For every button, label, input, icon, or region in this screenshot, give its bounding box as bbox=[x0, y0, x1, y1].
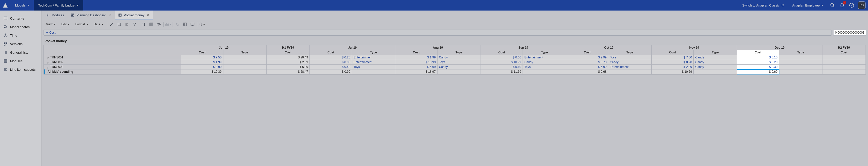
period-header[interactable]: Dec 19 bbox=[737, 45, 823, 50]
sidebar-item-line-item-subsets[interactable]: Line item subsets bbox=[0, 65, 41, 74]
close-icon[interactable] bbox=[147, 13, 150, 16]
pivot-button[interactable] bbox=[108, 21, 115, 28]
cost-cell[interactable]: $ 0.90 bbox=[310, 70, 352, 74]
col-header-cost[interactable]: Cost bbox=[737, 50, 779, 55]
sidebar-item-versions[interactable]: Versions bbox=[0, 40, 41, 48]
cost-cell[interactable]: $ 10.39 bbox=[181, 70, 223, 74]
type-cell[interactable] bbox=[223, 70, 267, 74]
cost-cell[interactable]: $ 18.97 bbox=[395, 70, 437, 74]
cost-cell[interactable] bbox=[822, 60, 866, 65]
sidebar-item-modules[interactable]: Modules bbox=[0, 57, 41, 65]
cost-cell[interactable]: $ 7.50 bbox=[651, 55, 694, 60]
type-cell[interactable]: Entertainment bbox=[352, 60, 395, 65]
cell-editor-input[interactable] bbox=[833, 30, 866, 36]
filter-button[interactable] bbox=[131, 21, 138, 28]
cost-cell[interactable]: $ 0.70 bbox=[566, 60, 608, 65]
row-header[interactable]: ┌TRNS003 bbox=[44, 65, 181, 70]
cost-cell[interactable]: $ 2.99 bbox=[651, 65, 694, 70]
cost-cell[interactable]: $ 1.99 bbox=[181, 60, 223, 65]
type-cell[interactable] bbox=[223, 55, 267, 60]
tab-modules[interactable]: Modules bbox=[42, 10, 67, 20]
type-cell[interactable] bbox=[223, 60, 267, 65]
col-header-cost[interactable]: Cost bbox=[267, 50, 310, 55]
find-button[interactable] bbox=[198, 21, 205, 28]
type-cell[interactable] bbox=[779, 60, 823, 65]
cost-cell[interactable] bbox=[822, 55, 866, 60]
cost-cell[interactable]: $ 0.20 bbox=[737, 60, 779, 65]
type-cell[interactable] bbox=[523, 70, 566, 74]
col-header-cost[interactable]: Cost bbox=[480, 50, 523, 55]
tab-planning-dashboard[interactable]: Planning Dashboard bbox=[67, 10, 115, 20]
cost-cell[interactable]: $ 0.10 bbox=[480, 65, 523, 70]
col-header-cost[interactable]: Cost bbox=[651, 50, 694, 55]
type-cell[interactable]: Candy bbox=[437, 55, 480, 60]
period-header[interactable]: Jul 19 bbox=[310, 45, 395, 50]
type-cell[interactable] bbox=[694, 70, 737, 74]
period-header[interactable]: H2 FY19 bbox=[822, 45, 866, 50]
col-header-cost[interactable]: Cost bbox=[822, 50, 866, 55]
conditional-format-button[interactable] bbox=[148, 21, 155, 28]
col-header-type[interactable]: Type bbox=[223, 50, 267, 55]
type-cell[interactable] bbox=[779, 55, 823, 60]
type-cell[interactable] bbox=[779, 70, 823, 74]
col-header-type[interactable]: Type bbox=[694, 50, 737, 55]
type-cell[interactable]: Candy bbox=[694, 55, 737, 60]
compare-button[interactable] bbox=[155, 21, 162, 28]
table-row[interactable]: ┌TRNS002$ 1.99$ 2.09$ 0.30Entertainment$… bbox=[44, 60, 866, 65]
type-cell[interactable] bbox=[779, 65, 823, 70]
type-cell[interactable]: Toys bbox=[608, 55, 651, 60]
align-button[interactable] bbox=[123, 21, 130, 28]
type-cell[interactable]: Candy bbox=[608, 60, 651, 65]
col-header-type[interactable]: Type bbox=[523, 50, 566, 55]
sidebar-item-general-lists[interactable]: General lists bbox=[0, 48, 41, 57]
data-menu[interactable]: Data bbox=[91, 21, 106, 28]
cost-cell[interactable]: $ 10.99 bbox=[395, 60, 437, 65]
period-header[interactable]: Jun 19 bbox=[181, 45, 267, 50]
format-menu[interactable]: Format bbox=[73, 21, 91, 28]
close-icon[interactable] bbox=[108, 13, 111, 16]
table-row[interactable]: ┌TRNS001$ 7.50$ 20.49$ 0.20Entertainment… bbox=[44, 55, 866, 60]
show-hide-button[interactable] bbox=[116, 21, 123, 28]
period-header[interactable]: Sep 19 bbox=[480, 45, 566, 50]
cost-cell[interactable]: $ 0.30 bbox=[737, 65, 779, 70]
cost-cell[interactable]: $ 5.99 bbox=[566, 65, 608, 70]
cost-cell[interactable]: $ 10.69 bbox=[651, 70, 694, 74]
data-grid[interactable]: Jun 19H1 FY19Jul 19Aug 19Sep 19Oct 19Nov… bbox=[43, 45, 866, 75]
cost-cell[interactable]: $ 0.40 bbox=[310, 65, 352, 70]
chart-button[interactable] bbox=[164, 21, 172, 28]
period-header[interactable]: Oct 19 bbox=[566, 45, 652, 50]
type-cell[interactable]: Toys bbox=[437, 60, 480, 65]
sidebar-item-contents[interactable]: Contents bbox=[0, 14, 41, 23]
search-button[interactable] bbox=[828, 0, 837, 10]
view-menu[interactable]: View bbox=[43, 21, 58, 28]
type-cell[interactable]: Toys bbox=[352, 65, 395, 70]
row-header[interactable]: ┌TRNS002 bbox=[44, 60, 181, 65]
row-header[interactable]: ┌TRNS001 bbox=[44, 55, 181, 60]
type-cell[interactable]: Candy bbox=[694, 60, 737, 65]
cost-cell[interactable]: $ 0.90 bbox=[181, 65, 223, 70]
cost-cell[interactable]: $ 28.47 bbox=[267, 70, 310, 74]
period-header[interactable]: Aug 19 bbox=[395, 45, 481, 50]
cost-cell[interactable]: $ 5.89 bbox=[267, 65, 310, 70]
line-item-selector[interactable]: Cost bbox=[43, 30, 832, 36]
cost-cell[interactable]: $ 0.60 bbox=[480, 55, 523, 60]
cost-cell[interactable]: $ 10.99 bbox=[480, 60, 523, 65]
switch-classic-link[interactable]: Switch to Anaplan Classic bbox=[739, 3, 788, 7]
cost-cell[interactable]: $ 5.99 bbox=[395, 65, 437, 70]
cost-cell[interactable] bbox=[822, 70, 866, 74]
col-header-type[interactable]: Type bbox=[352, 50, 395, 55]
period-header[interactable]: H1 FY19 bbox=[267, 45, 310, 50]
cost-cell[interactable]: $ 0.20 bbox=[310, 55, 352, 60]
col-header-type[interactable]: Type bbox=[437, 50, 480, 55]
table-row[interactable]: ┌TRNS003$ 0.90$ 5.89$ 0.40Toys$ 5.99Cand… bbox=[44, 65, 866, 70]
cost-cell[interactable]: $ 0.20 bbox=[651, 60, 694, 65]
user-dropdown[interactable]: Anaplan Employee bbox=[788, 0, 828, 10]
col-header-cost[interactable]: Cost bbox=[181, 50, 223, 55]
type-cell[interactable]: Entertainment bbox=[352, 55, 395, 60]
cost-cell[interactable]: $ 20.49 bbox=[267, 55, 310, 60]
cost-cell[interactable]: $ 0.30 bbox=[310, 60, 352, 65]
table-row-total[interactable]: All kids' spending$ 10.39$ 28.47$ 0.90$ … bbox=[44, 70, 866, 74]
period-header[interactable]: Nov 19 bbox=[651, 45, 737, 50]
type-cell[interactable]: Toys bbox=[523, 65, 566, 70]
sidebar-item-time[interactable]: Time bbox=[0, 31, 41, 40]
